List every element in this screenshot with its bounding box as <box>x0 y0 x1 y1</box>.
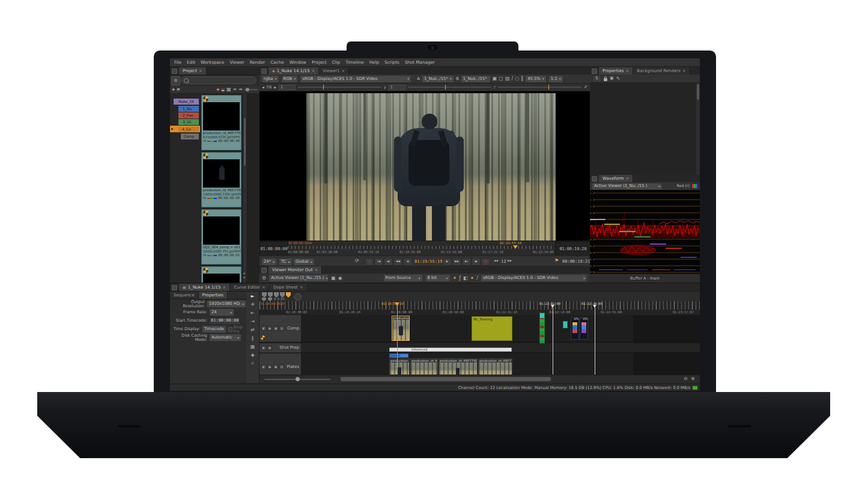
monitor-out2-icon[interactable]: ▢ <box>499 76 503 81</box>
timeline-playhead[interactable] <box>395 302 399 306</box>
bin-clip-2[interactable]: production_id_4957766 1920x1080 330f @60… <box>201 152 241 207</box>
trim-in-tool-icon[interactable]: ⇤ <box>250 311 255 316</box>
monitor-icon[interactable]: ▣ <box>331 276 336 281</box>
add-item-icon[interactable]: ✚ <box>172 88 175 91</box>
track-blend-icon[interactable]: ◧ <box>261 364 266 369</box>
panel-menu-icon[interactable] <box>172 285 177 290</box>
menu-scripts[interactable]: Scripts <box>384 60 399 64</box>
rgb-channels-icon[interactable] <box>691 183 698 189</box>
menu-project[interactable]: Project <box>312 60 327 64</box>
close-icon[interactable]: × <box>262 286 266 290</box>
panel-menu-icon[interactable] <box>592 69 597 74</box>
buffer-a-dropdown[interactable]: 1_Nuk../15*▾ <box>422 75 454 83</box>
current-timecode[interactable]: 01:19:55:19 <box>414 260 442 264</box>
input-process-icon[interactable]: ✦ <box>453 276 457 281</box>
goto-end-button[interactable]: |▶ <box>472 258 481 266</box>
menu-cache[interactable]: Cache <box>270 60 284 64</box>
roi-icon[interactable]: ○ <box>515 76 519 81</box>
tag-1-button[interactable] <box>262 292 267 298</box>
track-mute-icon[interactable]: ▣ <box>273 326 278 331</box>
tab-dope-sheet[interactable]: Dope Sheet× <box>270 284 308 291</box>
waveform-channel-label[interactable]: Red (r) <box>677 184 690 188</box>
lock-icon[interactable] <box>604 78 607 81</box>
join-tool-icon[interactable]: ◈ <box>250 353 254 358</box>
disk-caching-dropdown[interactable]: Automatic▾ <box>209 334 241 342</box>
bin-scrollbar[interactable]: ▲ ▼ <box>243 94 246 283</box>
range-flag-icon[interactable]: ⚑ <box>554 259 559 263</box>
monitor-display-dropdown[interactable]: sRGB - Display/ACES 1.0 - SDR Video▾ <box>481 274 587 282</box>
viewer-playhead[interactable] <box>513 245 518 249</box>
track-fx-icon[interactable]: ▨ <box>279 364 284 369</box>
track-visible-icon[interactable]: ◉ <box>267 364 272 369</box>
gamma-field[interactable]: 1 <box>389 85 405 90</box>
tc-mode-dropdown[interactable]: TC▾ <box>279 258 293 266</box>
select-tool-icon[interactable]: ► <box>250 294 254 299</box>
goto-start-button[interactable]: |◀ <box>374 258 383 266</box>
prev-keyframe-button[interactable]: ◀| <box>384 258 393 266</box>
display-transform-dropdown[interactable]: sRGB - Display/ACES 1.0 - SDR Video▾ <box>300 75 411 83</box>
time-display-dropdown[interactable]: Timecode <box>202 325 226 333</box>
subtab-sequence[interactable]: Sequence <box>170 292 199 299</box>
frame-inc-icon[interactable]: ▶▶ <box>508 260 512 263</box>
close-icon[interactable]: × <box>199 69 202 73</box>
step-back-button[interactable]: ◀◀ <box>393 258 402 266</box>
from-source-dropdown[interactable]: From Source▾ <box>383 274 423 282</box>
new-bin-icon[interactable]: ✚ <box>216 88 219 91</box>
gamut-icon[interactable]: ◧ <box>463 276 468 281</box>
clip-ml-training[interactable]: ML_Training <box>472 316 512 341</box>
trim-out-tool-icon[interactable]: ⇥ <box>250 319 255 324</box>
play-backward-button[interactable]: ◀ <box>403 258 412 266</box>
panel-menu-icon[interactable] <box>261 69 267 74</box>
viewer-timeline[interactable]: 01:00:00:00 01:00:19:20 01:00:00:0020 01… <box>259 240 590 256</box>
subtab-properties[interactable]: Properties <box>199 292 228 299</box>
track-blend-icon[interactable]: ◧ <box>261 326 266 331</box>
detail-view-icon[interactable]: ≡ <box>233 87 237 92</box>
tree-item-3-ss[interactable]: 3_SS <box>178 119 199 125</box>
slip-tool-icon[interactable]: ⇄ <box>250 328 255 332</box>
checkerboard-icon[interactable]: ▨ <box>505 76 510 81</box>
tab-waveform[interactable]: Waveform× <box>599 175 633 182</box>
folder-up-icon[interactable]: ⬒ <box>177 88 180 91</box>
zoom-dropdown[interactable]: 45.5%▾ <box>525 75 547 83</box>
tab-viewer-monitor-out[interactable]: Viewer Monitor Out× <box>269 266 322 274</box>
playback-mode-icon[interactable]: ⟳ <box>355 259 359 263</box>
panel-menu-icon[interactable] <box>261 268 267 273</box>
gamma-slider[interactable] <box>408 87 491 88</box>
menu-clip[interactable]: Clip <box>332 60 341 64</box>
close-icon[interactable]: × <box>315 268 318 272</box>
gear-icon[interactable]: ⚙ <box>262 276 266 281</box>
track-header-comp[interactable]: ◧ ◉ ▣ ▨ Comp <box>259 315 301 342</box>
menu-file[interactable]: File <box>174 60 181 64</box>
track-fx-icon[interactable]: ▨ <box>279 326 284 331</box>
tag-numbers-label[interactable]: 8 9 10 <box>274 298 285 301</box>
menu-shot-manager[interactable]: Shot Manager <box>405 60 435 64</box>
track-mute-icon[interactable]: ▣ <box>273 364 278 369</box>
track-lane-comp[interactable]: production ML_Training .0 <box>301 315 700 342</box>
viewer-image-area[interactable] <box>259 91 590 240</box>
marker1-pin[interactable] <box>551 305 554 308</box>
properties-scrollbar[interactable] <box>696 83 700 174</box>
close-icon[interactable]: × <box>625 69 629 73</box>
tab-sequence-editor[interactable]: ▤ 1_Nuke 14.1/15× <box>179 284 230 291</box>
bin-clip-1[interactable]: production_id_4957762 673x968 673f @50FP… <box>201 95 241 150</box>
track-blend-icon[interactable]: ◧ <box>261 346 266 351</box>
list-view-icon[interactable]: ≡ <box>238 87 243 92</box>
waveform-source-dropdown[interactable]: Active Viewer (1_Nu../15 )▾ <box>592 183 663 190</box>
gain-slider[interactable] <box>298 87 381 88</box>
track-lane-shot-prep[interactable]: Inference2 <box>301 343 700 353</box>
frame-rate-dropdown[interactable]: 24▾ <box>209 308 234 316</box>
menu-workspace[interactable]: Workspace <box>201 60 224 64</box>
monitor-source-dropdown[interactable]: Active Viewer (1_Nu../15 )▾ <box>269 274 329 282</box>
marker-menu-button[interactable] <box>294 293 302 301</box>
tab-project[interactable]: Project × <box>179 67 207 75</box>
panel-menu-icon[interactable] <box>592 176 597 182</box>
close-icon[interactable]: × <box>223 286 226 290</box>
clear-panels-icon[interactable]: ▣ <box>610 76 614 81</box>
viewer-process-icon[interactable]: ✦ <box>470 276 475 281</box>
clip-grade3[interactable]: Grade3 <box>389 354 408 358</box>
menu-edit[interactable]: Edit <box>187 60 195 64</box>
tab-viewer-main[interactable]: ◈ 1_Nuke 14.1/15× <box>269 67 319 75</box>
buffer-b-dropdown[interactable]: 1_Nuk../15* <box>461 75 491 83</box>
zoom-in-icon[interactable]: ⊕ <box>691 376 695 381</box>
range-mode-dropdown[interactable]: Global▾ <box>293 258 315 266</box>
